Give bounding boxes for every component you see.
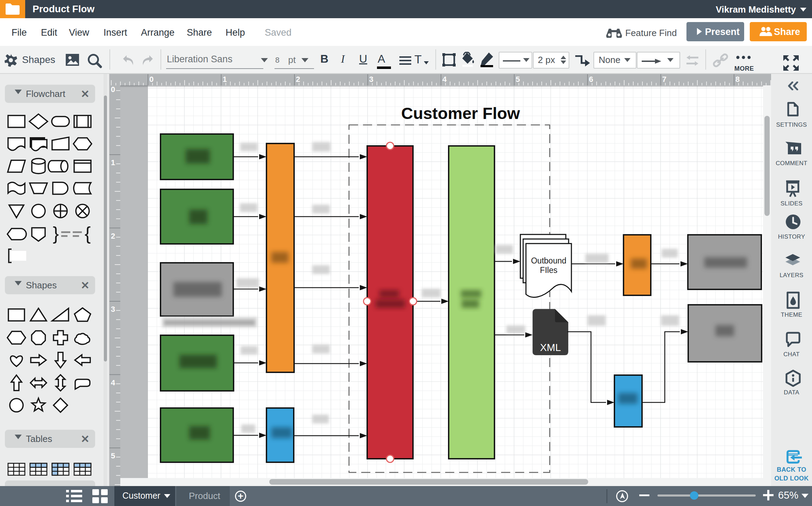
svg-text:XML: XML — [540, 342, 561, 353]
svg-text:Customer Flow: Customer Flow — [401, 104, 520, 122]
svg-text:Outbound: Outbound — [531, 256, 566, 265]
svg-text:FIles: FIles — [540, 266, 557, 275]
svg-text:}: } — [53, 223, 59, 244]
svg-text:{: { — [85, 223, 91, 244]
